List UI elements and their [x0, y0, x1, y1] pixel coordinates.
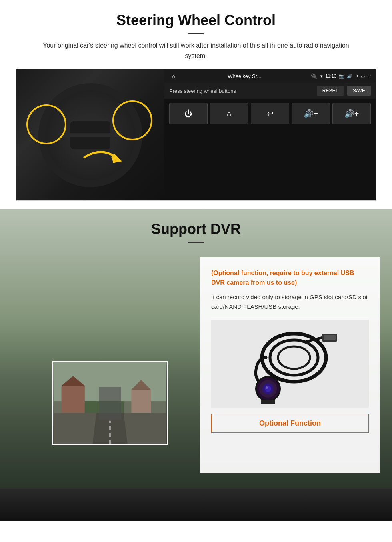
- dvr-screenshot-thumbnail: [52, 361, 168, 445]
- dvr-content-area: (Optional function, require to buy exter…: [0, 249, 392, 481]
- svg-rect-10: [85, 401, 124, 413]
- svg-point-23: [257, 378, 279, 400]
- dvr-title-area: Support DVR: [0, 209, 392, 249]
- wifi-icon: ▾: [320, 74, 323, 79]
- vol-down-button[interactable]: 🔊+: [292, 103, 330, 124]
- home-button[interactable]: ⌂: [210, 103, 248, 124]
- page-footer: [0, 489, 392, 521]
- android-controls-bar: Press steering wheel buttons RESET SAVE: [164, 83, 376, 99]
- highlight-circle-left: [26, 104, 66, 144]
- steering-title: Steering Wheel Control: [16, 12, 376, 29]
- dvr-description: It can record video only to storage in G…: [211, 292, 369, 312]
- usb-icon: 🔌: [311, 73, 317, 79]
- spoke-right: [90, 133, 122, 137]
- dvr-camera-image: [211, 320, 369, 408]
- back-icon: ↩: [367, 74, 371, 79]
- steering-image-container: ⌂ Wheelkey St... 🔌 ▾ 11:13 📷 🔊 ✕ ▭ ↩ Pre…: [16, 69, 376, 201]
- android-screen: ⌂ Wheelkey St... 🔌 ▾ 11:13 📷 🔊 ✕ ▭ ↩ Pre…: [164, 69, 376, 200]
- optional-function-badge: Optional Function: [211, 414, 369, 433]
- highlight-circle-right: [112, 100, 152, 140]
- instruction-text: Press steering wheel buttons: [169, 88, 236, 94]
- app-name: Wheelkey St...: [181, 73, 308, 79]
- dvr-info-card: (Optional function, require to buy exter…: [200, 257, 380, 473]
- svg-rect-6: [62, 386, 85, 413]
- svg-rect-24: [261, 400, 275, 404]
- title-divider: [188, 33, 204, 34]
- speaker-icon: 🔊: [347, 74, 352, 79]
- dvr-section: Support DVR: [0, 209, 392, 489]
- steering-section: Steering Wheel Control Your original car…: [0, 0, 392, 209]
- save-button[interactable]: SAVE: [347, 86, 371, 96]
- time-display: 11:13: [325, 74, 336, 78]
- control-buttons: RESET SAVE: [317, 86, 371, 96]
- power-button[interactable]: ⏻: [169, 103, 208, 124]
- menu-icon: ▭: [361, 74, 365, 79]
- vol-up-button[interactable]: 🔊+: [332, 103, 371, 124]
- dvr-screenshot-image: [53, 362, 167, 444]
- svg-rect-8: [131, 390, 151, 413]
- optional-note: (Optional function, require to buy exter…: [211, 268, 369, 288]
- svg-rect-16: [324, 335, 336, 340]
- home-icon: ⌂: [169, 72, 178, 80]
- back-button[interactable]: ↩: [251, 103, 289, 124]
- dvr-divider: [188, 242, 204, 243]
- close-icon: ✕: [355, 74, 358, 79]
- camera-icon: 📷: [339, 74, 344, 79]
- steering-subtitle: Your original car's steering wheel contr…: [40, 40, 352, 61]
- android-statusbar: ⌂ Wheelkey St... 🔌 ▾ 11:13 📷 🔊 ✕ ▭ ↩: [164, 69, 376, 83]
- steering-photo: [16, 69, 164, 201]
- statusbar-icons-right: ▾ 11:13 📷 🔊 ✕ ▭ ↩: [320, 74, 371, 79]
- reset-button[interactable]: RESET: [317, 86, 344, 96]
- dvr-title: Support DVR: [0, 221, 392, 238]
- arrow-overlay: [80, 141, 128, 177]
- function-button-grid: ⏻ ⌂ ↩ 🔊+ 🔊+: [164, 99, 376, 128]
